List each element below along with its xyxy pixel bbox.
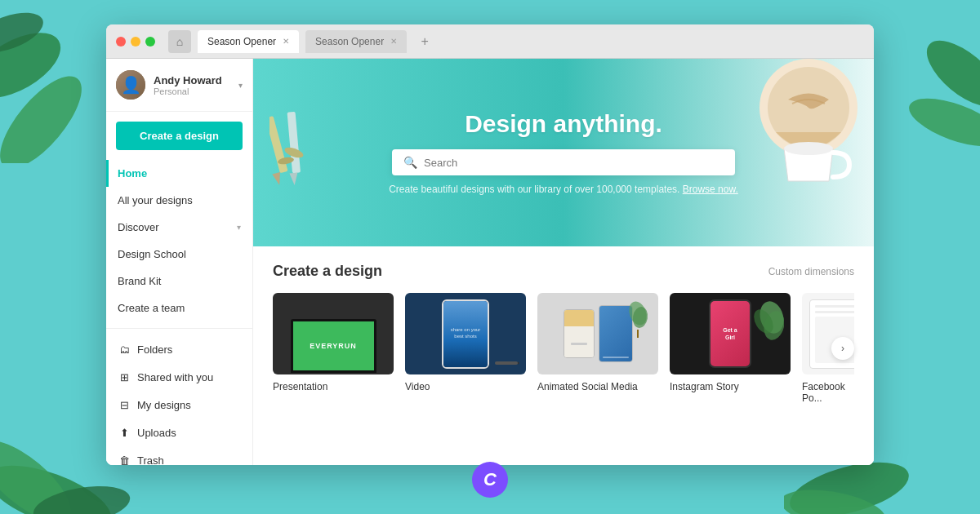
tab-close-2[interactable]: ✕ <box>390 37 397 46</box>
svg-marker-16 <box>289 173 298 186</box>
animated-social-label: Animated Social Media <box>537 381 658 392</box>
shared-label: Shared with you <box>137 371 213 383</box>
sidebar-item-create-team[interactable]: Create a team <box>106 295 252 321</box>
trash-icon: 🗑 <box>118 454 131 465</box>
my-designs-label: My designs <box>137 399 191 411</box>
maximize-button[interactable] <box>145 37 155 47</box>
svg-point-12 <box>784 142 833 155</box>
leaf-top-left <box>0 0 98 163</box>
sidebar-item-folders[interactable]: 🗂 Folders <box>106 335 252 363</box>
home-icon[interactable]: ⌂ <box>168 30 191 53</box>
hero-subtitle: Create beautiful designs with our librar… <box>389 184 738 195</box>
leaf-top-right <box>890 24 980 171</box>
instagram-label: Instagram Story <box>670 381 791 392</box>
sidebar-item-brand-kit[interactable]: Brand Kit <box>106 268 252 295</box>
video-label: Video <box>405 381 526 392</box>
design-card-instagram[interactable]: Get aGirl Instagram Story <box>670 293 791 404</box>
custom-dimensions-link[interactable]: Custom dimensions <box>768 266 854 277</box>
avatar <box>116 70 145 100</box>
user-name: Andy Howard <box>154 74 230 86</box>
svg-rect-13 <box>270 116 288 173</box>
sidebar-item-uploads[interactable]: ⬆ Uploads <box>106 419 252 446</box>
svg-marker-15 <box>272 172 283 186</box>
pen-icon <box>495 355 519 371</box>
design-cards: EVERYRUN Presentation sh <box>273 293 854 404</box>
tab-inactive[interactable]: Season Opener ✕ <box>305 30 407 53</box>
design-school-label: Design School <box>118 248 186 260</box>
canva-logo: C <box>472 462 508 498</box>
social-thumbnail <box>537 293 658 374</box>
user-section[interactable]: Andy Howard Personal ▾ <box>106 59 252 112</box>
tab-active[interactable]: Season Opener ✕ <box>198 30 299 53</box>
uploads-icon: ⬆ <box>118 426 131 439</box>
discover-label: Discover <box>118 221 159 233</box>
sidebar-item-my-designs[interactable]: ⊟ My designs <box>106 391 252 419</box>
main-content: Design anything. 🔍 Create beautiful desi… <box>253 59 874 465</box>
hero-search-bar[interactable]: 🔍 <box>392 149 735 175</box>
hero-title: Design anything. <box>465 110 662 138</box>
video-thumbnail: share on your best shots <box>405 293 526 374</box>
sidebar-item-trash[interactable]: 🗑 Trash <box>106 446 252 465</box>
presentation-screen: EVERYRUN <box>293 321 374 370</box>
presentation-thumbnail: EVERYRUN <box>273 293 394 374</box>
sidebar: Andy Howard Personal ▾ Create a design H… <box>106 59 253 465</box>
avatar-image <box>116 70 145 100</box>
uploads-label: Uploads <box>137 427 176 439</box>
user-chevron-icon: ▾ <box>238 81 243 90</box>
design-cards-wrapper: EVERYRUN Presentation sh <box>273 293 854 404</box>
plant-icon <box>626 297 650 338</box>
app-content: Andy Howard Personal ▾ Create a design H… <box>106 59 874 465</box>
design-card-video[interactable]: share on your best shots Video <box>405 293 526 404</box>
facebook-label: Facebook Po... <box>802 381 854 404</box>
video-screen: share on your best shots <box>443 301 488 367</box>
sidebar-item-discover[interactable]: Discover ▾ <box>106 214 252 241</box>
design-card-animated-social[interactable]: Animated Social Media <box>537 293 658 404</box>
tab-add-button[interactable]: + <box>413 30 436 53</box>
brand-kit-label: Brand Kit <box>118 275 161 287</box>
create-team-label: Create a team <box>118 302 185 314</box>
presentation-label: Presentation <box>273 381 394 392</box>
close-button[interactable] <box>116 37 126 47</box>
browse-link[interactable]: Browse now. <box>683 184 738 195</box>
user-type: Personal <box>154 86 230 96</box>
search-icon: 🔍 <box>403 156 417 169</box>
hero-banner: Design anything. 🔍 Create beautiful desi… <box>253 59 874 246</box>
instagram-thumbnail: Get aGirl <box>670 293 791 374</box>
design-card-presentation[interactable]: EVERYRUN Presentation <box>273 293 394 404</box>
sidebar-item-design-school[interactable]: Design School <box>106 241 252 268</box>
user-info: Andy Howard Personal <box>154 74 230 96</box>
svg-marker-20 <box>518 361 519 365</box>
folders-label: Folders <box>137 343 172 356</box>
shared-icon: ⊞ <box>118 370 131 383</box>
coffee-decoration <box>743 59 858 206</box>
sidebar-item-all-designs[interactable]: All your designs <box>106 187 252 214</box>
designs-section: Create a design Custom dimensions EVERYR… <box>253 246 874 420</box>
create-design-button[interactable]: Create a design <box>116 122 243 150</box>
tab-label-2: Season Opener <box>315 36 384 47</box>
trash-label: Trash <box>137 454 164 466</box>
browser-window: ⌂ Season Opener ✕ Season Opener ✕ + Andy… <box>106 24 874 465</box>
discover-chevron-icon: ▾ <box>237 223 241 232</box>
home-label: Home <box>118 167 147 179</box>
pencil-decoration <box>270 108 335 189</box>
svg-rect-19 <box>495 361 518 365</box>
all-designs-label: All your designs <box>118 194 193 206</box>
sidebar-item-home[interactable]: Home <box>106 160 252 187</box>
scroll-right-button[interactable]: › <box>831 337 854 360</box>
instagram-screen-text: Get aGirl <box>723 326 737 341</box>
search-input[interactable] <box>424 157 724 169</box>
plant-deco-icon <box>751 297 784 346</box>
tab-close-1[interactable]: ✕ <box>283 37 289 46</box>
minimize-button[interactable] <box>131 37 140 47</box>
svg-rect-14 <box>287 112 301 174</box>
folder-icon: 🗂 <box>118 343 131 356</box>
section-header: Create a design Custom dimensions <box>273 263 854 280</box>
tab-label-1: Season Opener <box>207 36 276 47</box>
create-design-title: Create a design <box>273 263 382 280</box>
facebook-thumbnail <box>802 293 854 374</box>
browser-chrome: ⌂ Season Opener ✕ Season Opener ✕ + <box>106 24 874 59</box>
sidebar-item-shared[interactable]: ⊞ Shared with you <box>106 363 252 391</box>
sidebar-divider <box>106 328 252 329</box>
my-designs-icon: ⊟ <box>118 398 131 411</box>
traffic-lights <box>116 37 155 47</box>
